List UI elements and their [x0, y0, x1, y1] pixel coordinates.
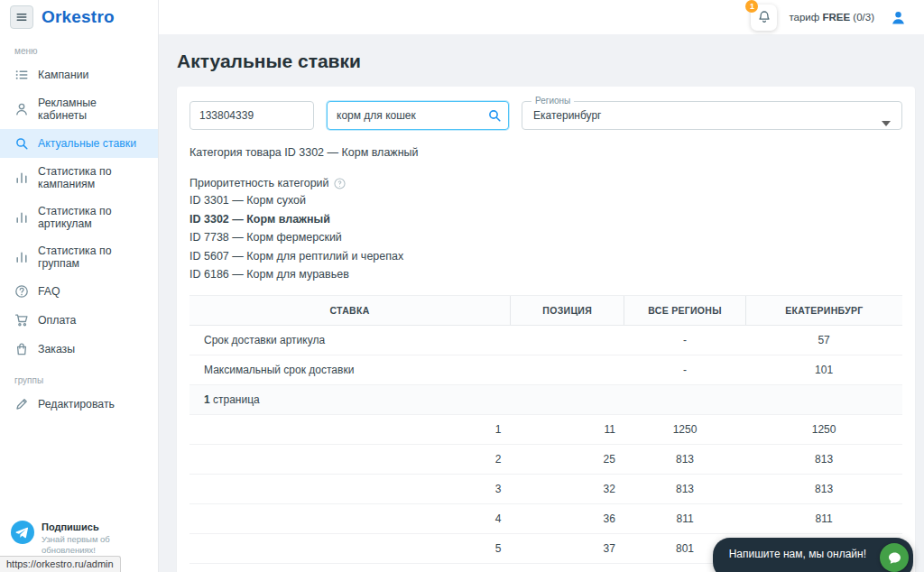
tariff-count: (0/3) [853, 12, 874, 23]
tariff-prefix: тариф [789, 12, 819, 23]
notifications-button[interactable]: 1 [751, 5, 777, 31]
sidebar-item-label: Кампании [38, 69, 88, 81]
table-cell: 2 [189, 444, 511, 474]
table-cell: 49 [511, 563, 624, 572]
person-icon [14, 102, 29, 116]
sidebar-item-actual-bids[interactable]: Актуальные ставки [0, 129, 158, 158]
table-cell: 811 [624, 503, 745, 533]
table-cell: 37 [511, 533, 624, 563]
sidebar-item-label: Заказы [38, 343, 75, 355]
search-icon [14, 136, 29, 151]
logo-row: Orkestro [0, 0, 158, 34]
chart-icon [14, 210, 29, 225]
sidebar-spacer [0, 419, 158, 521]
bell-icon [757, 10, 772, 24]
sidebar: Orkestro меню КампанииРекламные кабинеты… [0, 0, 159, 572]
table-row: 225813813 [189, 444, 902, 474]
sidebar-item-label: Оплата [38, 314, 76, 327]
priority-item: ID 5607 — Корм для рептилий и черепах [189, 250, 902, 264]
sidebar-item-campaigns[interactable]: Кампании [0, 60, 158, 89]
bids-table: СТАВКАПОЗИЦИЯВСЕ РЕГИОНЫЕКАТЕРИНБУРГ Сро… [189, 295, 902, 572]
user-menu-button[interactable] [886, 5, 910, 29]
sidebar-item-orders[interactable]: Заказы [0, 335, 158, 364]
app-logo[interactable]: Orkestro [42, 7, 115, 27]
chat-widget[interactable]: Напишите нам, мы онлайн! [713, 538, 913, 572]
table-cell: 25 [511, 444, 624, 474]
sidebar-item-ad-accounts[interactable]: Рекламные кабинеты [0, 89, 158, 129]
table-cell: 6 [189, 563, 511, 572]
sidebar-menu: КампанииРекламные кабинетыАктуальные ста… [0, 60, 158, 364]
search-input[interactable] [327, 101, 509, 130]
page-title: Актуальные ставки [177, 51, 915, 72]
hamburger-icon [15, 11, 28, 23]
page-label: 1 страница [189, 384, 902, 414]
user-icon [890, 9, 907, 26]
sidebar-item-edit-groups[interactable]: Редактировать [0, 390, 158, 419]
menu-section-label: меню [0, 34, 158, 60]
column-header: ЕКАТЕРИНБУРГ [745, 295, 902, 325]
priority-item: ID 7738 — Корм фермерский [189, 231, 902, 245]
app-window: Orkestro меню КампанииРекламные кабинеты… [0, 0, 924, 572]
table-cell: 3 [189, 474, 511, 503]
filters-row: Регионы Екатеринбург [189, 101, 902, 130]
table-cell: 813 [745, 444, 902, 474]
table-cell: 813 [745, 474, 902, 503]
table-cell: 57 [745, 325, 902, 355]
table-cell: - [624, 325, 745, 355]
sidebar-item-payment[interactable]: Оплата [0, 306, 158, 335]
sidebar-item-label: Статистика по кампаниям [38, 165, 143, 190]
chart-icon [14, 250, 29, 264]
table-cell: Срок доставки артикула [189, 325, 511, 355]
notification-badge: 1 [745, 0, 758, 13]
table-cell: 1250 [624, 414, 745, 444]
sidebar-toggle-button[interactable] [10, 5, 33, 29]
region-select-value: Екатеринбург [522, 102, 901, 129]
priority-title-row: Приоритетность категорий [189, 177, 902, 189]
chat-bubble-icon[interactable] [880, 543, 909, 572]
table-cell: 811 [745, 503, 902, 533]
priority-item: ID 6186 — Корм для муравьев [189, 268, 902, 282]
subscribe-subtitle: Узнай первым об обновлениях! [42, 534, 147, 556]
priority-list: ID 3301 — Корм сухойID 3302 — Корм влажн… [189, 194, 902, 282]
table-cell: 1250 [745, 414, 902, 444]
priority-block: Приоритетность категорий ID 3301 — Корм … [189, 177, 902, 282]
table-row: Срок доставки артикула-57 [189, 325, 902, 355]
region-select[interactable]: Регионы Екатеринбург [522, 101, 902, 130]
chart-icon [14, 171, 29, 185]
table-row: Максимальный срок доставки-101 [189, 355, 902, 384]
sidebar-item-label: FAQ [38, 285, 60, 298]
table-cell: Максимальный срок доставки [189, 355, 511, 384]
region-select-label: Регионы [531, 96, 574, 106]
sidebar-item-stats-groups[interactable]: Статистика по группам [0, 237, 158, 277]
bids-card: Регионы Екатеринбург Категория товара ID… [177, 87, 915, 572]
telegram-icon [11, 521, 34, 544]
sidebar-item-stats-campaigns[interactable]: Статистика по кампаниям [0, 158, 158, 198]
status-url: https://orkestro.ru/admin [0, 556, 121, 572]
question-icon [14, 284, 29, 299]
main-column: 1 тариф FREE (0/3) Актуальные ставки [159, 0, 924, 572]
table-cell: - [624, 355, 745, 384]
category-info-line: Категория товара ID 3302 — Корм влажный [189, 146, 902, 159]
table-cell: 36 [511, 503, 624, 533]
topbar: 1 тариф FREE (0/3) [159, 0, 924, 34]
sidebar-item-label: Актуальные ставки [38, 137, 136, 150]
table-cell: 11 [511, 414, 624, 444]
help-icon[interactable] [334, 178, 346, 189]
table-cell: 813 [624, 444, 745, 474]
telegram-subscribe-block[interactable]: Подпишись Узнай первым об обновлениях! [0, 521, 158, 556]
tariff-plan: FREE [822, 12, 850, 23]
priority-title: Приоритетность категорий [189, 177, 329, 189]
table-cell: 4 [189, 503, 511, 533]
telegram-text: Подпишись Узнай первым об обновлениях! [42, 521, 147, 556]
search-icon[interactable] [487, 108, 502, 123]
column-header: ПОЗИЦИЯ [511, 295, 624, 325]
article-input[interactable] [189, 101, 314, 130]
table-page-row: 1 страница [189, 384, 902, 414]
pencil-icon [14, 397, 29, 411]
table-cell: 32 [511, 474, 624, 503]
table-body: Срок доставки артикула-57Максимальный ср… [189, 325, 902, 572]
sidebar-item-faq[interactable]: FAQ [0, 277, 158, 306]
sidebar-item-stats-articles[interactable]: Статистика по артикулам [0, 198, 158, 237]
list-icon [14, 68, 29, 82]
sidebar-item-label: Статистика по артикулам [38, 205, 143, 230]
